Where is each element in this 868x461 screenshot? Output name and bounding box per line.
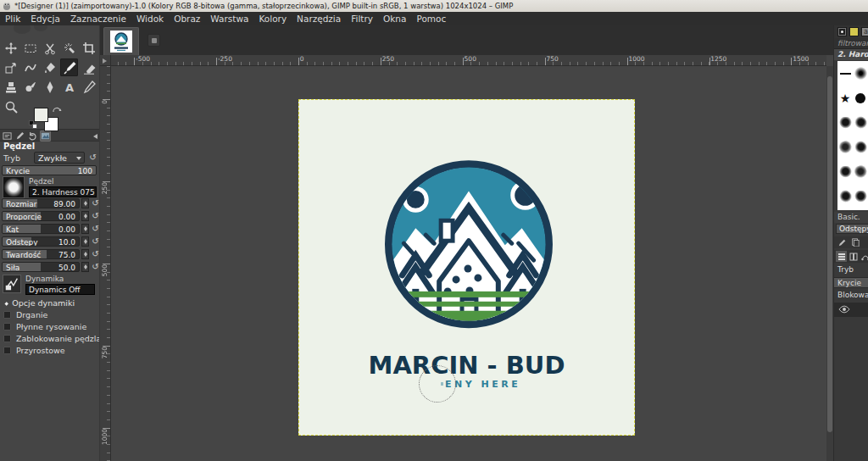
brush-hard-round[interactable] (853, 86, 868, 110)
menu-widok[interactable]: Widok (131, 12, 169, 25)
ruler-origin-corner[interactable] (100, 55, 111, 66)
layer-opacity-slider[interactable]: Krycie (834, 277, 868, 288)
edit-brush-button[interactable] (838, 238, 847, 247)
menu-warstwa[interactable]: Warstwa (205, 12, 253, 25)
horizontal-ruler[interactable]: -500-2500250500750100012501500 (111, 55, 826, 66)
menu-kolory[interactable]: Kolory (253, 12, 292, 25)
smudge-tool[interactable] (21, 78, 39, 96)
canvas-area[interactable]: MARCIN - BUD ENY HERE (111, 66, 826, 461)
spin-buttons[interactable] (81, 249, 89, 259)
reset-button[interactable]: ↺ (91, 198, 100, 208)
reset-button[interactable]: ↺ (91, 262, 100, 272)
checkbox-przyrostowe[interactable]: Przyrostowe (3, 346, 100, 355)
menu-okna[interactable]: Okna (378, 12, 411, 25)
brush-blob[interactable] (837, 159, 853, 184)
odstępy-slider[interactable]: Odstępy10.0 (2, 236, 80, 247)
dynamics-thumbnail[interactable] (3, 275, 21, 293)
pencil-tool[interactable] (80, 78, 97, 96)
menu-narzędzia[interactable]: Narzędzia (292, 12, 346, 25)
brush-blob-v2[interactable] (837, 184, 853, 208)
menu-plik[interactable]: Plik (0, 12, 25, 25)
proporcje-slider[interactable]: Proporcje0.00 (2, 211, 80, 221)
menu-filtry[interactable]: Filtry (346, 12, 378, 25)
clone-tool[interactable] (2, 78, 19, 96)
layer-mode-label[interactable]: Tryb (834, 264, 868, 275)
layer-visibility-eye-icon[interactable] (838, 305, 850, 314)
reset-button[interactable]: ↺ (91, 224, 100, 234)
brush-blob[interactable] (853, 184, 868, 208)
brush-blob-v2[interactable] (853, 110, 868, 135)
brush-name-field[interactable]: 2. Hardness 075 (29, 186, 97, 197)
brush-filter-input[interactable]: filtrowanie (834, 38, 868, 49)
brush-spacing-slider[interactable]: Odstępy (836, 224, 868, 234)
ink-tool[interactable] (41, 78, 58, 96)
rectangle-select-tool[interactable] (21, 39, 39, 57)
spin-buttons[interactable] (81, 236, 89, 247)
fonts-tab[interactable]: a (861, 27, 868, 36)
window-title: *[Designer (1)] (zaimportowany)-1.0 (Kol… (14, 2, 513, 10)
brush-soft-round[interactable] (853, 61, 868, 86)
menu-edycja[interactable]: Edycja (25, 12, 65, 25)
mode-select[interactable]: Zwykłe (34, 152, 85, 164)
crop-tool[interactable] (80, 39, 97, 57)
unified-transform-tool[interactable] (2, 58, 19, 76)
menu-zaznaczenie[interactable]: Zaznaczenie (65, 12, 131, 25)
bucket-fill-tool[interactable] (41, 58, 58, 76)
twardość-slider[interactable]: Twardość75.0 (2, 249, 80, 259)
checkbox-drganie[interactable]: Drganie (3, 310, 100, 319)
warp-transform-tool[interactable] (21, 58, 39, 76)
checkbox-płynne[interactable]: Płynne rysowanie (3, 322, 100, 331)
eraser-tool[interactable] (80, 58, 97, 76)
reset-button[interactable]: ↺ (91, 211, 100, 221)
checkbox-zablokowanie[interactable]: Zablokowanie pędzla do widoku (3, 334, 100, 343)
vertical-ruler[interactable]: 02505007501000 (100, 66, 111, 461)
brush-blob-v2[interactable] (853, 135, 868, 159)
ruler-label: 0 (300, 55, 304, 63)
opacity-slider[interactable]: Krycie 100 (2, 165, 97, 175)
rozmiar-slider[interactable]: Rozmiar89.00 (2, 198, 80, 208)
ruler-label: 750 (547, 55, 559, 63)
scrollbar-thumb[interactable] (827, 76, 832, 432)
vertical-scrollbar[interactable] (826, 66, 833, 461)
scissors-select-tool[interactable] (41, 39, 58, 57)
patterns-tab[interactable] (849, 27, 859, 36)
channels-tab[interactable] (848, 251, 859, 262)
swap-colors-button[interactable] (52, 106, 62, 114)
brush-star[interactable]: ★ (837, 86, 853, 110)
brush-blob[interactable] (837, 110, 853, 135)
spin-buttons[interactable] (81, 262, 89, 272)
dynamics-name-field[interactable]: Dynamics Off (25, 284, 95, 295)
dynamics-options-expander[interactable]: ◆ Opcje dynamiki (3, 298, 75, 308)
brush-tag-entry[interactable]: Basic. (834, 212, 868, 223)
foreground-color-swatch[interactable] (34, 108, 48, 122)
move-tool[interactable] (2, 39, 19, 57)
siła-slider[interactable]: Siła50.0 (2, 262, 80, 272)
paths-tab[interactable] (860, 251, 868, 262)
spin-buttons[interactable] (81, 224, 89, 234)
brush-blob-v3[interactable] (853, 159, 868, 184)
brush-thumbnail[interactable] (3, 176, 25, 198)
menu-pomoc[interactable]: Pomoc (411, 12, 451, 25)
slider-value: 0.00 (58, 225, 75, 234)
mode-reset-button[interactable]: ↺ (88, 153, 97, 163)
new-brush-button[interactable] (851, 238, 860, 247)
text-tool[interactable]: A (60, 78, 78, 96)
title-bar[interactable]: *[Designer (1)] (zaimportowany)-1.0 (Kol… (0, 0, 868, 12)
layers-tab[interactable] (836, 251, 847, 262)
reset-button[interactable]: ↺ (91, 236, 100, 247)
brushes-tab[interactable] (837, 27, 847, 36)
paintbrush-tool[interactable] (60, 58, 78, 76)
fuzzy-select-tool[interactable] (60, 39, 78, 57)
tab-strip-button[interactable] (147, 34, 160, 47)
spin-buttons[interactable] (81, 198, 89, 208)
image-layer[interactable]: MARCIN - BUD ENY HERE (298, 99, 635, 436)
image-tab[interactable] (103, 27, 139, 55)
brush-line[interactable] (837, 61, 853, 86)
kąt-slider[interactable]: Kąt0.00 (2, 224, 80, 234)
menu-obraz[interactable]: Obraz (169, 12, 205, 25)
spin-buttons[interactable] (81, 211, 89, 221)
layer-row[interactable] (834, 303, 868, 317)
tab-menu-arrow[interactable] (93, 134, 97, 139)
reset-button[interactable]: ↺ (91, 249, 100, 259)
brush-blob-v3[interactable] (837, 135, 853, 159)
